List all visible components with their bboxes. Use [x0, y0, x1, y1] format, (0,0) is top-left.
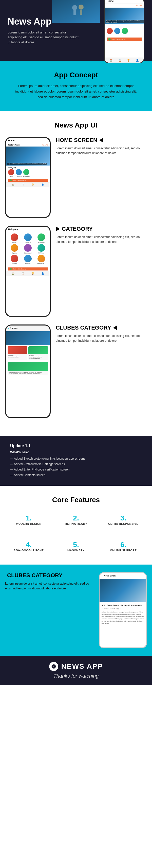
nav-icon-list[interactable]: 📋 — [22, 184, 24, 186]
clubes-card-2[interactable]: DestaqueLorem ipsum caption a connected … — [28, 346, 48, 360]
nav-icon-home[interactable]: 🏠 — [12, 184, 14, 186]
news-back-icon[interactable]: ‹ — [101, 575, 102, 577]
nav-icon-trophy[interactable]: 🏆 — [31, 184, 34, 186]
home-screen-row: Home Feature News View All Liga Nos Narc… — [5, 137, 147, 218]
update-whats-new: What's new: — [10, 450, 142, 454]
clubes-text: CLUBES CATEGORY Lorem ipsum dolor sit am… — [56, 324, 147, 343]
feature-3-number: 3 — [104, 514, 142, 522]
nav-home-icon[interactable]: 🏠 — [110, 59, 113, 62]
clubes-card-2-image — [28, 346, 48, 354]
phone-clubes-screen: ‹ Clubes DestaqueLorem text caption Dest… — [5, 324, 51, 418]
ui-title: News App UI — [5, 121, 147, 129]
phone-category-content: Category Clubes Destaque Entrevistas Esp… — [6, 227, 50, 316]
home-screen-desc: Lorem ipsum dolor sit amet, consectetur … — [56, 146, 147, 156]
feature-5-number: 5 — [58, 541, 95, 549]
clubes-card-1[interactable]: DestaqueLorem text caption — [8, 346, 27, 360]
feature-2: 2 RETINA READY — [55, 512, 97, 528]
feature-3-label: ULTRA RESPONSIVE — [104, 522, 142, 525]
cat-clubes[interactable]: Clubes — [107, 28, 113, 36]
clubes-main-image — [6, 331, 50, 345]
nav-trophy-icon[interactable]: 🏆 — [127, 59, 130, 62]
feature-4-label: 500+ GOOGLE FONT — [10, 549, 48, 552]
cat-item-1[interactable]: Clubes — [8, 234, 21, 243]
cat-nav-user[interactable]: 👤 — [41, 272, 44, 275]
feature-4-number: 4 — [10, 541, 48, 549]
cat-nav-trophy[interactable]: 🏆 — [31, 272, 34, 275]
home-screen-text: HOME SCREEN Lorem ipsum dolor sit amet, … — [56, 137, 147, 156]
clubes-arrow-left-icon — [113, 325, 117, 330]
cat-item-6[interactable]: NOV Pesc — [35, 244, 48, 254]
arrow-right-icon — [56, 226, 60, 231]
bottom-clubes-text: CLUBES CATEGORY Lorem ipsum dolor sit am… — [5, 572, 94, 591]
feature-5-label: MASONARY — [58, 549, 95, 552]
feature-6: 6 ONLINE SUPPORT — [102, 538, 144, 554]
cat-nav-list[interactable]: 📋 — [22, 272, 24, 275]
phone-clubes-content: ‹ Clubes DestaqueLorem text caption Dest… — [6, 326, 50, 417]
category-label: CATEGORY — [56, 226, 147, 232]
home-screen-image: Liga Nos Narcos Quim lorem ipsum dolor, … — [6, 147, 50, 165]
category-text: CATEGORY Lorem ipsum dolor sit amet, con… — [56, 226, 147, 244]
phone-nav-bar: 🏠 📋 🏆 👤 — [104, 58, 144, 63]
cat-item-7[interactable]: Nacional — [8, 255, 21, 265]
update-item-3: Added Enter PIN code verification screen — [10, 467, 142, 472]
category-nav-bar: 🏠 📋 🏆 👤 — [6, 271, 50, 276]
cat-item-8[interactable]: Seleções — [22, 255, 34, 265]
update-list: Added Sketch prototyping links between a… — [10, 456, 142, 478]
home-screen-header-label: Home — [8, 139, 48, 142]
clubes-desc: Lorem ipsum dolor sit amet, consectetur … — [56, 334, 147, 343]
cat-destaque[interactable]: Destaque — [114, 28, 120, 36]
phone-home-screen: Home Feature News View All Liga Nos Narc… — [5, 137, 51, 218]
update-item-2: Added Profile/Profile Settings screens — [10, 462, 142, 467]
feature-5: 5 MASONARY — [55, 538, 97, 554]
clubes-card-1-image — [8, 346, 27, 354]
cat-entrevistas[interactable]: Entrevistas — [122, 28, 128, 36]
cat-item-entrevistas[interactable]: Entrevistas — [23, 169, 30, 177]
bottom-clubes-desc: Lorem ipsum dolor sit amet, consectetur … — [5, 581, 94, 591]
clubes-full-card[interactable]: Associação Nancy-Centro: digundo se aleg… — [8, 362, 48, 375]
cat-nav-home[interactable]: 🏠 — [12, 272, 14, 275]
feature-6-number: 6 — [104, 541, 142, 549]
clubes-back-icon[interactable]: ‹ — [8, 327, 9, 330]
feature-2-label: RETINA READY — [58, 522, 95, 525]
home-category-row: Category Clubes Destaque — [6, 165, 50, 178]
category-phone-grid: Clubes Destaque Entrevistas Esportes Int… — [6, 232, 50, 267]
footer-icon — [49, 662, 58, 671]
home-image-caption: Liga Nos Narcos Quim lorem ipsum dolor, … — [7, 163, 47, 165]
category-desc: Lorem ipsum dolor sit amet, consectetur … — [56, 235, 147, 244]
news-details-phone: ‹ News Details VNL: Paolo E — [99, 572, 147, 648]
update-item-1: Added Sketch prototyping links between a… — [10, 456, 142, 462]
home-ticker: This is a dildos3 test ad. — [8, 179, 48, 182]
features-section: Core Features 1 MODERN DESIGN 2 RETINA R… — [0, 486, 152, 564]
features-grid: 1 MODERN DESIGN 2 RETINA READY 3 ULTRA R… — [8, 512, 144, 528]
category-ticker: This is a dildos3 test ad. — [8, 268, 48, 271]
phone-ticker: This is a dildos3 test ad. — [107, 37, 142, 41]
cat-item-9[interactable]: Seleções do... — [35, 255, 48, 265]
clubes-row: ‹ Clubes DestaqueLorem text caption Dest… — [5, 324, 147, 418]
cat-item-4[interactable]: Esportes — [8, 244, 21, 254]
nav-icon-user[interactable]: 👤 — [41, 184, 44, 186]
nav-list-icon[interactable]: 📋 — [118, 59, 121, 62]
nav-user-icon[interactable]: 👤 — [136, 59, 139, 62]
update-section: Update 1.1 What's new: Added Sketch prot… — [0, 436, 152, 486]
clubes-label: CLUBES CATEGORY — [56, 324, 147, 331]
feature-4: 4 500+ GOOGLE FONT — [8, 538, 50, 554]
update-version: Update 1.1 — [10, 444, 142, 448]
feature-2-number: 2 — [58, 514, 95, 522]
cat-item-clubes[interactable]: Clubes — [8, 169, 14, 177]
cat-item-destaque[interactable]: Destaque — [16, 169, 22, 177]
home-screen-label: HOME SCREEN — [56, 137, 147, 144]
ui-section-inner: Home Feature News View All Liga Nos Narc… — [5, 137, 147, 418]
phone-category-row: Category Clubes Destaque Entrevistas — [104, 24, 144, 37]
news-details-image — [99, 579, 146, 602]
feature-3: 3 ULTRA RESPONSIVE — [102, 512, 144, 528]
feature-1-label: MODERN DESIGN — [10, 522, 48, 525]
cat-item-2[interactable]: Destaque — [22, 234, 34, 243]
concept-description: Lorem ipsum dolor sit amet, consectetur … — [15, 83, 137, 100]
ui-section: News App UI Home Feature News View All L… — [0, 111, 152, 436]
news-meta: 🗓 June 19, 2018 ❤ 21 💬 14 — [101, 608, 144, 610]
cat-item-3[interactable]: Entrevistas — [35, 234, 48, 243]
news-details-title-label: News Details — [104, 575, 116, 577]
home-nav-bar: 🏠 📋 🏆 👤 — [6, 182, 50, 187]
clubes-full-image — [8, 362, 48, 371]
cat-item-5[interactable]: Internacional — [22, 244, 34, 254]
